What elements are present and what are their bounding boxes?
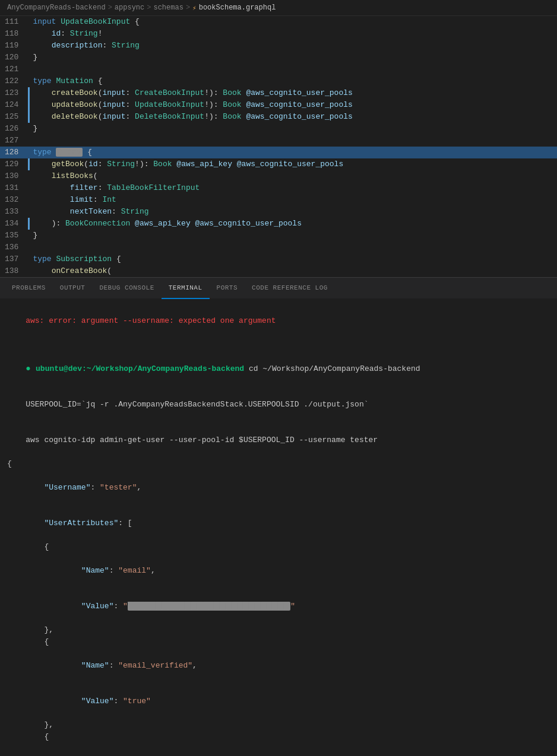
line-number: 127	[0, 135, 28, 147]
code-line-122: 122 type Mutation {	[0, 75, 557, 87]
terminal-json-name-verified: "Name": "email_verified",	[7, 648, 550, 684]
prompt-dot: ●	[26, 364, 36, 373]
line-number: 119	[0, 40, 28, 52]
line-number: 135	[0, 230, 28, 242]
gutter-indicator	[28, 87, 30, 99]
code-line-124: 124 updateBook(input: UpdateBookInput!):…	[0, 99, 557, 111]
code-line-130: 130 listBooks(	[0, 170, 557, 182]
line-number: 111	[0, 16, 28, 28]
line-number: 121	[0, 63, 28, 75]
line-content: type Query {	[30, 147, 557, 158]
line-content: }	[30, 230, 557, 242]
code-line-132: 132 limit: Int	[0, 194, 557, 206]
gutter-indicator	[28, 158, 30, 170]
code-line-136: 136	[0, 242, 557, 253]
tab-debug-console[interactable]: DEBUG CONSOLE	[92, 278, 161, 299]
prompt-dollar: cd ~/Workshop/AnyCompanyReads-backend	[244, 364, 420, 373]
line-number: 128	[0, 147, 28, 158]
code-line-111: 111 input UpdateBookInput {	[0, 16, 557, 28]
line-content: createBook(input: CreateBookInput!): Boo…	[30, 87, 557, 99]
terminal-json-name-email: "Name": "email",	[7, 553, 550, 589]
line-number: 134	[0, 218, 28, 230]
terminal-blank	[7, 339, 550, 351]
line-content: input UpdateBookInput {	[30, 16, 557, 28]
breadcrumb-part[interactable]: appsync	[115, 4, 144, 12]
line-number: 129	[0, 158, 28, 170]
line-content: id: String!	[30, 28, 557, 40]
terminal-json-obj3-open: {	[7, 731, 550, 743]
code-line-131: 131 filter: TableBookFilterInput	[0, 182, 557, 194]
code-line-133: 133 nextToken: String	[0, 206, 557, 218]
schema-icon: ⚡	[192, 4, 197, 12]
line-content: deleteBook(input: DeleteBookInput!): Boo…	[30, 111, 557, 123]
panel-tabs: PROBLEMS OUTPUT DEBUG CONSOLE TERMINAL P…	[0, 277, 557, 298]
terminal-error-text: aws: error: argument --username: expecte…	[26, 316, 276, 325]
line-number: 126	[0, 123, 28, 135]
terminal-error-line: aws: error: argument --username: expecte…	[7, 303, 550, 339]
line-content: }	[30, 52, 557, 63]
terminal-panel[interactable]: aws: error: argument --username: expecte…	[0, 298, 557, 756]
code-editor: 111 input UpdateBookInput { 118 id: Stri…	[0, 16, 557, 277]
line-number: 137	[0, 253, 28, 265]
tab-terminal[interactable]: TERMINAL	[162, 278, 210, 299]
breadcrumb-sep: >	[108, 4, 112, 12]
code-line-121: 121	[0, 63, 557, 75]
code-line-134: 134 ): BookConnection @aws_api_key @aws_…	[0, 218, 557, 230]
line-number: 130	[0, 170, 28, 182]
terminal-line-3: aws cognito-idp admin-get-user --user-po…	[7, 423, 550, 458]
code-line-120: 120 }	[0, 52, 557, 63]
breadcrumb-part[interactable]: AnyCompanyReads-backend	[7, 4, 106, 12]
line-content: description: String	[30, 40, 557, 52]
line-number: 132	[0, 194, 28, 206]
line-number: 125	[0, 111, 28, 123]
line-content: }	[30, 123, 557, 135]
terminal-json-userattrs: "UserAttributes": [	[7, 506, 550, 541]
line-number: 131	[0, 182, 28, 194]
code-line-123: 123 createBook(input: CreateBookInput!):…	[0, 87, 557, 99]
terminal-json-value-email: "Value": "████████████████████████████"	[7, 589, 550, 624]
line-content: nextToken: String	[30, 206, 557, 218]
line-number: 124	[0, 99, 28, 111]
tab-code-reference-log[interactable]: CODE REFERENCE LOG	[245, 278, 335, 299]
line-number: 120	[0, 52, 28, 63]
breadcrumb-file[interactable]: bookSchema.graphql	[199, 4, 276, 12]
code-line-119: 119 description: String	[0, 40, 557, 52]
line-content: ): BookConnection @aws_api_key @aws_cogn…	[30, 218, 557, 230]
line-content: filter: TableBookFilterInput	[30, 182, 557, 194]
terminal-json-obj1-open: {	[7, 541, 550, 553]
line-content: type Mutation {	[30, 75, 557, 87]
code-line-126: 126 }	[0, 123, 557, 135]
code-line-127: 127	[0, 135, 557, 147]
terminal-prompt-1: ● ubuntu@dev:~/Workshop/AnyCompanyReads-…	[7, 351, 550, 387]
terminal-cmd-3: aws cognito-idp admin-get-user --user-po…	[26, 436, 378, 444]
gutter-indicator	[28, 111, 30, 123]
terminal-json-obj2-open: {	[7, 636, 550, 648]
tab-ports[interactable]: PORTS	[210, 278, 245, 299]
line-number: 118	[0, 28, 28, 40]
breadcrumb-part[interactable]: schemas	[153, 4, 183, 12]
terminal-json-open: {	[7, 458, 550, 470]
line-content: updateBook(input: UpdateBookInput!): Boo…	[30, 99, 557, 111]
code-line-137: 137 type Subscription {	[0, 253, 557, 265]
terminal-json-obj2-close: },	[7, 719, 550, 731]
code-line-135: 135 }	[0, 230, 557, 242]
line-number: 136	[0, 242, 28, 253]
prompt-user: ubuntu@dev:~/Workshop/AnyCompanyReads-ba…	[36, 364, 244, 373]
line-number: 123	[0, 87, 28, 99]
line-content: onCreateBook(	[30, 265, 557, 277]
terminal-json-username: "Username": "tester",	[7, 470, 550, 506]
code-line-125: 125 deleteBook(input: DeleteBookInput!):…	[0, 111, 557, 123]
gutter-indicator	[28, 218, 30, 230]
tab-problems[interactable]: PROBLEMS	[5, 278, 53, 299]
tab-output[interactable]: OUTPUT	[53, 278, 93, 299]
code-line-129: 129 getBook(id: String!): Book @aws_api_…	[0, 158, 557, 170]
terminal-cmd-2: USERPOOL_ID=`jq -r .AnyCompanyReadsBacke…	[26, 400, 368, 409]
breadcrumb: AnyCompanyReads-backend > appsync > sche…	[0, 0, 557, 16]
line-number: 138	[0, 265, 28, 277]
gutter-indicator	[28, 99, 30, 111]
line-content: type Subscription {	[30, 253, 557, 265]
terminal-json-value-verified: "Value": "true"	[7, 684, 550, 719]
line-content: getBook(id: String!): Book @aws_api_key …	[30, 158, 557, 170]
terminal-json-name-sub: "Name": "sub",	[7, 743, 550, 756]
code-line-138: 138 onCreateBook(	[0, 265, 557, 277]
